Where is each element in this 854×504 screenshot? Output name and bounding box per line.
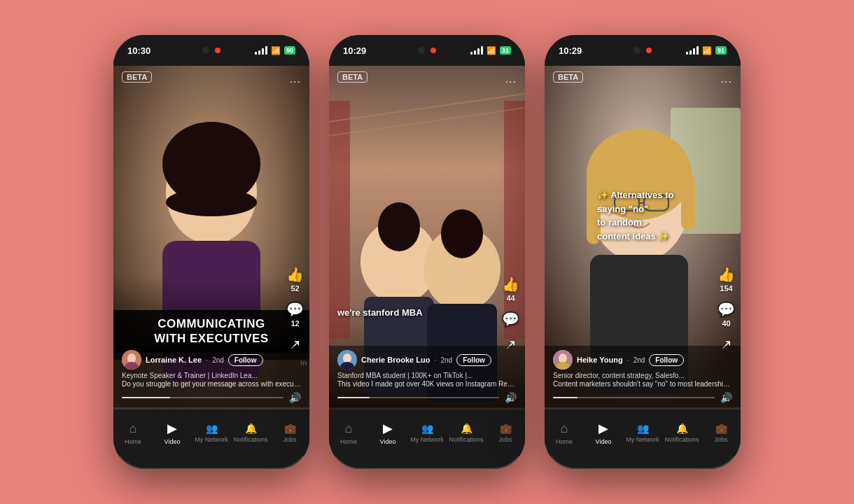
home-icon-2: ⌂	[345, 421, 353, 436]
network-icon-2: 👥	[421, 423, 433, 434]
user-row-2: Cherie Brooke Luo · 2nd Follow	[337, 350, 517, 370]
nav-notifications-3[interactable]: 🔔 Notifications	[662, 423, 701, 443]
status-time-2: 10:29	[343, 46, 366, 56]
bottom-row-2: 🔊	[337, 392, 517, 403]
volume-icon-1[interactable]: 🔊	[289, 392, 301, 403]
comment-action-1[interactable]: 💬 12	[286, 301, 304, 328]
nav-video-3[interactable]: ▶ Video	[584, 421, 623, 445]
like-icon-1: 👍	[286, 266, 304, 283]
nav-network-label-2: My Network	[410, 436, 444, 443]
like-action-3[interactable]: 👍 154	[718, 266, 735, 293]
nav-home-label-1: Home	[125, 438, 141, 445]
nav-notifications-label-1: Notifications	[233, 436, 267, 443]
progress-fill-2	[337, 397, 370, 398]
nav-video-2[interactable]: ▶ Video	[368, 421, 407, 445]
caption-2: we're stanford MBA	[337, 307, 483, 318]
user-title-1: Keynote Speaker & Trainer | LinkedIn Lea…	[122, 372, 301, 379]
nav-video-1[interactable]: ▶ Video	[153, 421, 192, 445]
nav-home-1[interactable]: ⌂ Home	[113, 421, 153, 445]
nav-network-1[interactable]: 👥 My Network	[192, 423, 231, 443]
more-dots-3[interactable]: ...	[721, 73, 732, 85]
like-icon-3: 👍	[718, 266, 735, 283]
bottom-nav-1: ⌂ Home ▶ Video 👥 My Network 🔔 Notificati…	[113, 409, 309, 456]
nav-home-label-3: Home	[556, 438, 573, 445]
nav-network-3[interactable]: 👥 My Network	[623, 423, 662, 443]
wifi-icon-2: 📶	[486, 46, 496, 55]
svg-point-24	[343, 354, 351, 363]
video-info-3: Heike Young · 2nd Follow Senior director…	[545, 346, 741, 407]
volume-icon-2[interactable]: 🔊	[505, 392, 517, 403]
recording-dot-2	[430, 48, 436, 53]
like-action-1[interactable]: 👍 52	[286, 266, 304, 293]
video-area-1[interactable]: BETA ... COMMUNICATINGWITH EXECUTIVES 👍 …	[113, 66, 309, 409]
like-icon-2: 👍	[502, 276, 519, 293]
status-right-2: 📶 31	[470, 46, 511, 55]
nav-notifications-label-2: Notifications	[449, 436, 483, 443]
follow-button-2[interactable]: Follow	[456, 354, 491, 366]
svg-rect-11	[329, 101, 350, 339]
video-actions-3: 👍 154 💬 40 ↗	[718, 266, 735, 353]
nav-jobs-3[interactable]: 💼 Jobs	[701, 423, 741, 443]
notch-2	[392, 42, 462, 59]
like-count-2: 44	[506, 294, 514, 302]
like-count-3: 154	[720, 284, 732, 293]
network-icon-3: 👥	[637, 423, 649, 434]
phone-1: 10:30 📶 90	[113, 35, 309, 469]
volume-icon-3[interactable]: 🔊	[720, 392, 732, 403]
nav-notifications-label-3: Notifications	[664, 436, 699, 443]
video-area-2[interactable]: BETA ... we're stanford MBA 👍 44 💬 ↗	[329, 66, 525, 409]
signal-bar-2	[258, 50, 260, 55]
comment-count-1: 12	[290, 319, 299, 328]
nav-home-label-2: Home	[340, 438, 357, 445]
like-action-2[interactable]: 👍 44	[502, 276, 519, 302]
follow-button-3[interactable]: Follow	[649, 354, 684, 366]
signal-bar-3	[262, 48, 264, 55]
video-icon-1: ▶	[167, 421, 177, 436]
nav-network-2[interactable]: 👥 My Network	[407, 423, 447, 443]
battery-badge-1: 90	[284, 46, 295, 55]
wifi-icon-3: 📶	[702, 46, 712, 55]
avatar-2	[337, 350, 357, 370]
svg-point-16	[378, 202, 420, 251]
signal-bar-1	[255, 52, 257, 55]
user-name-1: Lorraine K. Lee	[146, 356, 202, 364]
nav-network-label-3: My Network	[626, 436, 659, 443]
nav-jobs-1[interactable]: 💼 Jobs	[270, 423, 309, 443]
comment-action-3[interactable]: 💬 40	[718, 301, 735, 328]
signal-bars-2	[470, 46, 483, 55]
notifications-icon-3: 🔔	[676, 423, 688, 434]
user-name-3: Heike Young	[577, 356, 623, 364]
more-dots-1[interactable]: ...	[290, 73, 301, 85]
more-dots-2[interactable]: ...	[505, 73, 517, 85]
notch-1	[176, 42, 246, 59]
nav-jobs-label-2: Jobs	[498, 436, 512, 443]
comment-action-2[interactable]: 💬	[502, 311, 519, 328]
bottom-nav-3: ⌂ Home ▶ Video 👥 My Network 🔔 Notificati…	[545, 409, 741, 456]
bottom-row-1: 🔊	[122, 392, 301, 403]
home-icon-3: ⌂	[561, 421, 568, 436]
status-bar-3: 10:29 📶 91	[545, 35, 741, 66]
comment-icon-2: 💬	[502, 311, 519, 328]
like-count-1: 52	[290, 284, 299, 293]
jobs-icon-3: 💼	[715, 423, 727, 434]
nav-jobs-label-1: Jobs	[283, 436, 296, 443]
caption-3: ✨ Alternatives tosaying "no"to randomcon…	[597, 188, 702, 243]
video-info-1: Lorraine K. Lee · 2nd Follow Keynote Spe…	[113, 346, 309, 407]
video-area-3[interactable]: BETA ... ✨ Alternatives tosaying "no"to …	[545, 66, 741, 409]
nav-notifications-1[interactable]: 🔔 Notifications	[231, 423, 270, 443]
video-actions-2: 👍 44 💬 ↗	[502, 276, 519, 353]
status-time-1: 10:30	[127, 46, 150, 56]
nav-home-2[interactable]: ⌂ Home	[329, 421, 368, 445]
progress-bg-1	[122, 397, 284, 398]
nav-home-3[interactable]: ⌂ Home	[545, 421, 584, 445]
progress-fill-1	[122, 397, 170, 398]
nav-jobs-2[interactable]: 💼 Jobs	[486, 423, 525, 443]
signal-bar-4	[265, 46, 267, 55]
degree-3: 2nd	[634, 356, 645, 364]
avatar-svg-3	[553, 350, 573, 370]
phones-container: 10:30 📶 90	[99, 21, 755, 483]
svg-point-38	[559, 354, 567, 363]
follow-button-1[interactable]: Follow	[228, 354, 263, 366]
nav-notifications-2[interactable]: 🔔 Notifications	[447, 423, 486, 443]
progress-bg-3	[553, 397, 715, 398]
